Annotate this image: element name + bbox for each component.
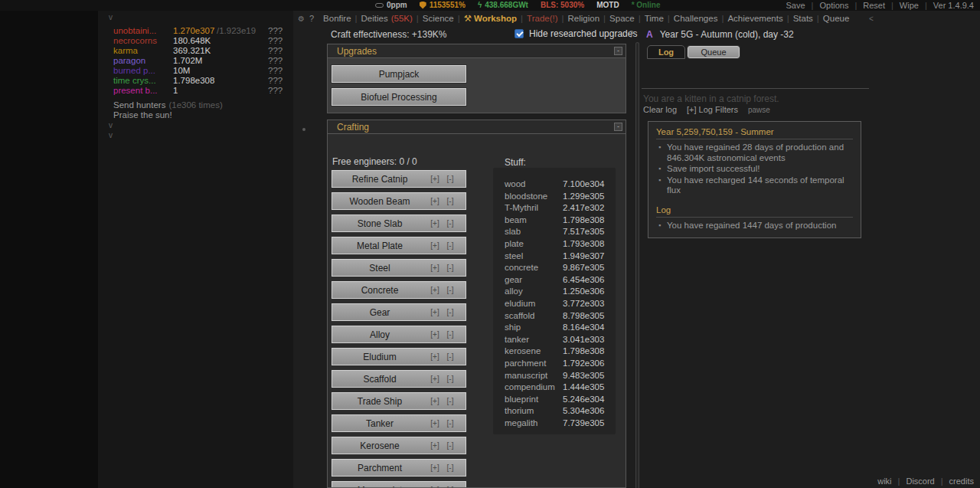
crafting-panel-header[interactable]: Crafting -: [327, 120, 626, 134]
tab-religion[interactable]: Religion: [558, 14, 600, 23]
tab-bonfire[interactable]: Bonfire: [323, 14, 351, 23]
craft-plus-button[interactable]: [+]: [427, 286, 443, 294]
collapse-arrow-icon[interactable]: v: [109, 131, 113, 140]
craft-plus-button[interactable]: [+]: [427, 397, 443, 405]
clear-log-link[interactable]: Clear log: [643, 105, 677, 114]
craft-button[interactable]: Tanker[+][-]: [332, 414, 466, 432]
craft-minus-button[interactable]: [-]: [443, 219, 458, 228]
craft-minus-button[interactable]: [-]: [443, 463, 458, 472]
craft-minus-button[interactable]: [-]: [443, 241, 458, 250]
craft-plus-button[interactable]: [+]: [427, 330, 443, 339]
upgrade-buttons: PumpjackBiofuel Processing: [332, 65, 626, 106]
panel-collapse-button[interactable]: -: [614, 47, 622, 55]
craft-plus-button[interactable]: [+]: [427, 352, 443, 361]
crafting-panel: Crafting - Free engineers: 0 / 0 Refine …: [327, 120, 626, 488]
upgrades-panel-header[interactable]: Upgrades -: [327, 44, 626, 58]
craft-plus-button[interactable]: [+]: [427, 197, 443, 205]
stuff-value: 9.867e305: [563, 262, 604, 274]
craft-minus-button[interactable]: [-]: [443, 397, 458, 405]
craft-button[interactable]: Stone Slab[+][-]: [332, 215, 466, 232]
craft-plus-button[interactable]: [+]: [427, 219, 443, 228]
tab-time[interactable]: Time: [635, 14, 664, 23]
craft-button[interactable]: Gear[+][-]: [332, 303, 466, 321]
tab-deities[interactable]: Deities(55K): [351, 14, 413, 23]
right-panel-collapse-icon[interactable]: <: [869, 15, 874, 23]
help-icon[interactable]: ?: [309, 14, 314, 23]
footer-link-wiki[interactable]: wiki: [877, 477, 891, 486]
craft-button-label: Gear: [332, 307, 427, 318]
craft-plus-button[interactable]: [+]: [427, 375, 443, 383]
craft-plus-button[interactable]: [+]: [427, 308, 443, 316]
collapse-arrow-icon[interactable]: v: [109, 13, 113, 22]
craft-button[interactable]: Trade Ship[+][-]: [332, 392, 466, 410]
craft-minus-button[interactable]: [-]: [443, 264, 458, 272]
craft-button[interactable]: Parchment[+][-]: [332, 459, 466, 477]
craft-button[interactable]: Manuscript[+][-]: [332, 481, 466, 488]
upgrade-button[interactable]: Biofuel Processing: [332, 88, 466, 106]
topbar-menu-item[interactable]: Reset: [848, 1, 885, 10]
tab-queue[interactable]: Queue: [813, 14, 850, 23]
craft-button[interactable]: Metal Plate[+][-]: [332, 237, 466, 254]
stuff-name: T-Mythril: [505, 202, 563, 215]
craft-minus-button[interactable]: [-]: [443, 330, 458, 339]
topbar-stat-online[interactable]: * Online: [632, 1, 661, 9]
craft-minus-button[interactable]: [-]: [443, 441, 458, 450]
craft-minus-button[interactable]: [-]: [443, 308, 458, 316]
craft-plus-button[interactable]: [+]: [427, 241, 443, 250]
tab-trade[interactable]: Trade(!): [517, 14, 557, 23]
craft-button[interactable]: Alloy[+][-]: [332, 326, 466, 343]
workshop-help-icon[interactable]: ?: [629, 29, 634, 40]
calendar-row: A Year 5G - Autumn (cold), day -32: [646, 29, 794, 40]
craft-plus-button[interactable]: [+]: [427, 463, 443, 472]
tab-space[interactable]: Space: [599, 14, 635, 23]
footer-link-credits[interactable]: credits: [935, 477, 974, 486]
stuff-name: parchment: [505, 358, 563, 370]
craft-plus-button[interactable]: [+]: [427, 441, 443, 450]
craft-minus-button[interactable]: [-]: [443, 375, 458, 383]
craft-minus-button[interactable]: [-]: [443, 419, 458, 427]
tab-queue[interactable]: Queue: [688, 46, 740, 58]
topbar-menu-item[interactable]: Wipe: [885, 1, 919, 10]
topbar-stat-motd[interactable]: MOTD: [596, 1, 619, 9]
footer-link-discord[interactable]: Discord: [892, 477, 935, 486]
craft-minus-button[interactable]: [-]: [443, 352, 458, 361]
craft-minus-button[interactable]: [-]: [443, 286, 458, 294]
upgrade-button[interactable]: Pumpjack: [332, 65, 466, 83]
center-scrollbar[interactable]: [635, 42, 639, 488]
hide-upgrades-checkbox[interactable]: [514, 29, 524, 38]
stat-label: MOTD: [596, 1, 619, 9]
tab-achievements[interactable]: Achievements: [717, 14, 782, 23]
panel-collapse-button[interactable]: -: [614, 123, 622, 131]
tab-science[interactable]: Science: [413, 14, 454, 23]
craft-button[interactable]: Wooden Beam[+][-]: [332, 192, 466, 210]
topbar-menu-item[interactable]: Options: [805, 1, 849, 10]
stuff-row: bloodstone1.299e305: [493, 191, 616, 203]
craft-button[interactable]: Refine Catnip[+][-]: [332, 170, 466, 188]
craft-minus-button[interactable]: [-]: [443, 197, 458, 205]
resource-action-link[interactable]: Send hunters(1e306 times): [113, 100, 223, 110]
tab-stats[interactable]: Stats: [783, 14, 813, 23]
craft-button[interactable]: Steel[+][-]: [332, 259, 466, 277]
craft-button[interactable]: Eludium[+][-]: [332, 348, 466, 365]
craft-button[interactable]: Scaffold[+][-]: [332, 370, 466, 388]
stuff-row: wood7.100e304: [493, 178, 616, 191]
stuff-name: megalith: [505, 418, 563, 430]
craft-plus-button[interactable]: [+]: [427, 175, 443, 183]
resource-row: time crys...1.798e308???: [100, 76, 293, 86]
collapse-arrow-icon[interactable]: v: [109, 121, 113, 130]
tab-challenges[interactable]: Challenges: [664, 14, 718, 23]
craft-button[interactable]: Kerosene[+][-]: [332, 437, 466, 454]
gear-icon[interactable]: ⚙: [298, 15, 305, 23]
craft-button[interactable]: Concrete[+][-]: [332, 281, 466, 299]
resource-action-link[interactable]: Praise the sun!: [113, 110, 223, 120]
pause-log-link[interactable]: pawse: [748, 106, 770, 114]
stuff-value: 1.793e308: [563, 238, 604, 251]
log-filters-link[interactable]: [+] Log Filters: [687, 105, 738, 114]
tab-log[interactable]: Log: [647, 45, 685, 59]
tab-workshop[interactable]: ⚒Workshop: [454, 13, 517, 24]
craft-minus-button[interactable]: [-]: [443, 175, 458, 183]
topbar-menu-item[interactable]: Save: [786, 1, 805, 10]
topbar-menu-item[interactable]: Ver 1.4.9.4: [919, 1, 974, 10]
craft-plus-button[interactable]: [+]: [427, 264, 443, 272]
craft-plus-button[interactable]: [+]: [427, 419, 443, 427]
